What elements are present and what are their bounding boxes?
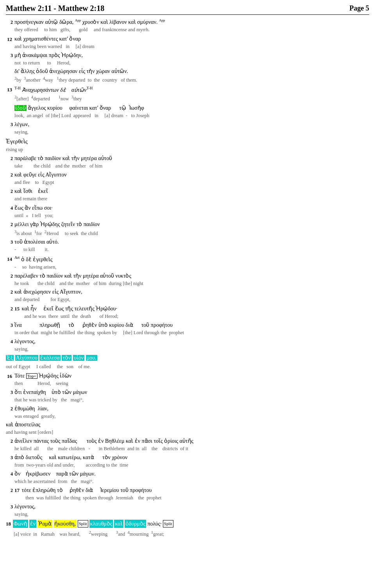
v17-english: then was fulfilled the thing spoken thro… [14, 495, 161, 501]
page-number: Page 5 [350, 4, 369, 12]
v12c-english: 2by 3another 4way 1they departed to the … [14, 77, 137, 83]
v14b-english: he took the child and the mother of him … [14, 281, 143, 286]
until-block: 4 ἕως ἂν εἴπω σοι· until « I tell you; [6, 204, 369, 219]
v16f-english: from two-years old and under, according … [14, 462, 128, 468]
content-area: 2 προσήνεγκαν αὐτῷ δῶρα, App χρυσὸν καὶ … [6, 18, 369, 538]
verse-13-idou: ἰδοὺ ἄγγελος κυρίου φαίνεται κατ' ὄναρ τ… [6, 104, 369, 119]
v16b-english: that he was tricked by the magi°, [14, 397, 84, 403]
top-marker: Top+ [26, 373, 38, 379]
verse-13-heading: 13 T-H Ἀναχωρησάντων δὲ αὐτῶνT-H 2[after… [6, 85, 369, 103]
v17b-english: saying, [14, 511, 29, 517]
v15b-english: in order that might be fulfilled the thi… [14, 330, 184, 335]
saying-block: 3 λέγων, saying, [6, 120, 369, 136]
v13-head-english: 2[after] 4departed 1now 3they [14, 96, 82, 102]
flee-english: and flee to Egypt [14, 180, 54, 185]
verse-16: 16 Τότε Top+ Ἡρῴδης ἰδὼν then Herod, see… [6, 372, 369, 485]
v12-english: and having been warned in [a] dream [14, 44, 95, 49]
v16e-english: he killed all the male children - in Bet… [14, 446, 188, 451]
out-of-egypt: Ἐξ Αἰγύπτου ἐκάλεσα τὸν υἱόν μου. out of… [6, 354, 369, 371]
rising-up: Ἐγερθεὶς rising up [6, 137, 369, 153]
v15c-greek: λέγοντος, [14, 339, 36, 344]
ex-highlight: Ἐξ [6, 355, 14, 361]
v13-greek-cont: ἄγγελος κυρίου φαίνεται κατ' ὄναρ τῷ Ἰωσ… [28, 105, 144, 111]
v16f-greek: ἀπὸ διετοῦς καὶ κατωτέρω, κατὰ τὸν χρόνο… [14, 454, 127, 460]
v18-phone-h: Φωνὴ [13, 520, 28, 528]
verse-15: 2 15 καὶ ἦν ἐκεῖ ἕως τῆς τελευτῆς Ἡρῴδου… [6, 305, 369, 353]
v16c-english: was enraged greatly, [14, 413, 55, 419]
v18-split2: Split [163, 520, 173, 527]
v16d-english: and having sent [orders] [6, 429, 53, 435]
egerth-english: rising up [6, 147, 23, 152]
v16g-greek: ὃν ἠκρίβωσεν παρὰ τῶν μάγων. [14, 471, 96, 477]
tokill-greek: τοῦ ἀπολέσαι αὐτό. [14, 239, 59, 245]
verse-17: 2 17 τότε ἐπληρώθη τὸ ῥηθὲν διὰ Ἰερεμίου… [6, 486, 369, 518]
until-greek: ἕως ἂν εἴπω σοι· [14, 205, 53, 211]
v16c-greek: ἐθυμώθη λίαν, [14, 406, 48, 412]
idou-highlight: ἰδοὺ [14, 105, 27, 111]
egypt-highlight: Αἰγύπτου [15, 355, 38, 361]
v18-english: [a] voice in Ramah was heard, 2weeping 3… [14, 531, 164, 537]
verse-18: 18 Φωνὴ ἐν Ῥαμὰ ἠκούσθη, Split κλαυθμὸς … [6, 520, 369, 538]
uion-highlight: υἱόν [73, 355, 84, 361]
v13-english-cont: look, an angel of [the] Lord appeared in… [14, 113, 149, 118]
v13-head-greek: T-H Ἀναχωρησάντων δὲ αὐτῶνT-H [14, 87, 93, 93]
english-text: they offered to him gifts, gold and fran… [14, 27, 150, 32]
greek-text: προσήνεγκαν αὐτῷ δῶρα, App χρυσὸν καὶ λί… [14, 19, 165, 25]
verse-12: 12 καὶ χρηματισθέντες κατ' ὄναρ and havi… [6, 35, 369, 84]
v18-rama-h: Ῥαμὰ [38, 520, 52, 528]
v16-english: then Herod, seeing [14, 381, 68, 386]
v14c-greek: καὶ ἀνεχώρησεν εἰς Αἴγυπτον, [14, 289, 82, 295]
page-title: Matthew 2:11 - Matthew 2:18 [6, 4, 104, 13]
egerth-greek: Ἐγερθεὶς [6, 138, 28, 144]
v18-kai-h: καὶ [114, 520, 123, 528]
v12c-greek: δι' ἄλλης ὁδοῦ ἀνεχώρησαν εἰς τὴν χώραν … [14, 68, 128, 74]
v14c-english: and departed for Egypt, [14, 297, 70, 302]
egypt-english: out of Egypt I called the son of me. [6, 364, 91, 369]
take-english: take the child and the mother of him [14, 163, 102, 169]
v18-en-h: ἐν [29, 520, 36, 528]
take-greek: παράλαβε τὸ παιδίον καὶ τὴν μητέρα αὐτοῦ [14, 155, 112, 161]
v18-polus: πολύς· [147, 520, 162, 528]
v15-greek: 15 καὶ ἦν ἐκεῖ ἕως τῆς τελευτῆς Ἡρῴδου· [14, 306, 117, 312]
v17-greek: 17 τότε ἐπληρώθη τὸ ῥηθὲν διὰ Ἰερεμίου τ… [14, 487, 152, 493]
v15b-greek: ἵνα πληρωθῇ τὸ ῥηθὲν ὑπὸ κυρίου διὰ τοῦ … [14, 322, 173, 328]
ekaleo-highlight: ἐκάλεσα [39, 355, 61, 361]
herod-greek: μέλλει γὰρ Ἡρῴδης ζητεῖν τὸ παιδίον [14, 221, 100, 227]
v12-greek: καὶ χρηματισθέντες κατ' ὄναρ [14, 36, 81, 42]
until-english: until « I tell you; [14, 213, 54, 218]
v15c-english: saying, [14, 346, 29, 352]
v18-ekouste-h: ἠκούσθη, [54, 520, 77, 528]
v16-tote: Τότε [14, 373, 26, 379]
v18-klauthmos-h: κλαυθμὸς [89, 520, 113, 528]
v18-odurmos-h: ὀδυρμὸς [125, 520, 146, 528]
verse-opening: 2 προσήνεγκαν αὐτῷ δῶρα, App χρυσὸν καὶ … [6, 18, 369, 34]
v16e-greek: ἀνεῖλεν πάντας τοὺς παῖδας τοὺς ἐν Βηθλέ… [14, 438, 193, 444]
saying-greek: λέγων, [14, 121, 29, 127]
saying-english: saying, [14, 129, 29, 135]
page-header: Matthew 2:11 - Matthew 2:18 Page 5 [6, 4, 369, 15]
v15-english: and he was there until the death of Hero… [14, 314, 118, 319]
v16d-greek: καὶ ἀποστείλας [6, 422, 40, 428]
v14-label: Art ὁ δὲ ἐγερθεὶς [14, 257, 52, 262]
herod-english: 3is about 1for 2Herod to seek the child [14, 231, 98, 236]
flee-greek: καὶ φεῦγε εἰς Αἴγυπτον [14, 172, 66, 178]
v16g-english: which he ascertained from the magi°. [14, 479, 94, 484]
v16-greek: Ἡρῴδης ἰδὼν [39, 373, 71, 379]
take-child: 2 παράλαβε τὸ παιδίον καὶ τὴν μητέρα αὐτ… [6, 154, 369, 202]
herod-seeks: 2 μέλλει γὰρ Ἡρῴδης ζητεῖν τὸ παιδίον 3i… [6, 220, 369, 253]
remain-greek: καὶ ἴσθι ἐκεῖ [14, 188, 48, 194]
mou-highlight: μου. [86, 355, 97, 361]
v14-english: - so having arisen, [14, 264, 56, 270]
ton-highlight: τὸν [62, 355, 71, 361]
v16b-greek: ὅτι ἐνεπαίχθη ὑπὸ τῶν μάγων [14, 389, 87, 395]
verse-14: 14 Art ὁ δὲ ἐγερθεὶς - so having arisen,… [6, 255, 369, 303]
v12b-greek: μὴ ἀνακάμψαι πρὸς Ἡρῴδην, [14, 52, 83, 58]
tokill-english: - to kill it. [14, 247, 49, 252]
v12b-english: not to return to Herod, [14, 60, 70, 66]
v18-split1: Split [78, 520, 88, 527]
remain-english: and remain there [14, 196, 47, 201]
v14b-greek: παρέλαβεν τὸ παιδίον καὶ τὴν μητέρα αὐτο… [14, 273, 131, 279]
v17b-greek: λέγοντος, [14, 504, 36, 510]
